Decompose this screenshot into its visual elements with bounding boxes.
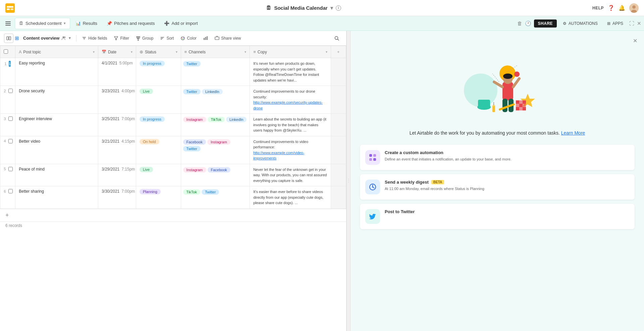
topic-cell[interactable]: Better sharing	[15, 186, 98, 209]
tab-pitches[interactable]: 📌 Pitches and requests	[103, 18, 159, 29]
copy-link[interactable]: http://www.example.com/security-updates-…	[253, 100, 323, 110]
status-cell[interactable]: On hold	[136, 136, 181, 164]
channels-header[interactable]: ≡ Channels ▾	[181, 46, 250, 58]
topic-cell[interactable]: Engineer interview	[15, 114, 98, 136]
post-topic-header[interactable]: A Post topic ▾	[15, 46, 98, 58]
learn-more-link[interactable]: Learn More	[561, 130, 585, 136]
hide-fields-button[interactable]: Hide fields	[79, 35, 110, 42]
close-right-panel-icon[interactable]: ✕	[633, 38, 637, 44]
row-select-checkbox[interactable]	[8, 167, 13, 171]
status-dropdown[interactable]: ▾	[176, 50, 177, 54]
status-cell[interactable]: Planning	[136, 186, 181, 209]
sort-button[interactable]: Sort	[157, 35, 176, 42]
close-panel-icon[interactable]: ✕	[637, 20, 641, 27]
view-name[interactable]: Content overview ▾	[20, 34, 73, 42]
svg-rect-3	[10, 8, 13, 10]
date-cell[interactable]: 4/1/20215:00pm	[98, 58, 136, 86]
bell-icon[interactable]: 🔔	[619, 5, 625, 11]
channels-cell[interactable]: InstagramTikTokLinkedIn	[181, 114, 250, 136]
info-icon[interactable]: i	[336, 5, 341, 11]
avatar[interactable]	[629, 3, 639, 13]
add-column-header[interactable]: +	[331, 46, 346, 58]
status-cell[interactable]: Live	[136, 86, 181, 114]
status-badge: Live	[140, 167, 153, 172]
row-number: 1	[3, 62, 7, 66]
view-dropdown-icon[interactable]: ▾	[69, 36, 71, 40]
date-cell[interactable]: 3/25/20217:00pm	[98, 114, 136, 136]
apps-button[interactable]: ⊞ APPS	[604, 19, 627, 28]
date-cell[interactable]: 3/30/20217:00pm	[98, 186, 136, 209]
copy-cell[interactable]: It's easier than ever before to share vi…	[250, 186, 331, 209]
channels-dropdown[interactable]: ▾	[245, 50, 246, 54]
promo-text: Let Airtable do the work for you by auto…	[410, 130, 585, 136]
channels-cell[interactable]: Twitter	[181, 58, 250, 86]
share-button[interactable]: SHARE	[534, 19, 557, 28]
copy-cell[interactable]: Continued improvements to our drone secu…	[250, 86, 331, 114]
sidebar-toggle[interactable]	[4, 34, 13, 43]
delete-icon[interactable]: 🗑	[517, 20, 522, 26]
table-row[interactable]: 5Peace of mind3/29/20217:15pmLiveInstagr…	[0, 164, 346, 186]
copy-cell[interactable]: Continued improvements to video performa…	[250, 136, 331, 164]
topic-cell[interactable]: Easy reporting	[15, 58, 98, 86]
color-button[interactable]: Color	[178, 35, 199, 42]
history-icon[interactable]: 🕐	[525, 20, 531, 27]
copy-dropdown[interactable]: ▾	[326, 50, 327, 54]
airtable-logo[interactable]	[5, 3, 15, 13]
copy-cell[interactable]: Never let the fear of the unknown get in…	[250, 164, 331, 186]
topic-cell[interactable]: Drone security	[15, 86, 98, 114]
tab-add-import[interactable]: ➕ Add or import	[160, 18, 202, 29]
share-view-button[interactable]: Share view	[212, 35, 244, 42]
channels-cell[interactable]: InstagramFacebook	[181, 164, 250, 186]
status-cell[interactable]: In progress	[136, 114, 181, 136]
menu-toggle[interactable]	[3, 18, 13, 29]
automations-button[interactable]: ⚙ AUTOMATIONS	[559, 19, 601, 28]
right-panel: ✕	[351, 31, 644, 331]
copy-cell[interactable]: It's never fun when products go down, es…	[250, 58, 331, 86]
scheduled-tab-dropdown[interactable]: ▾	[64, 21, 66, 26]
table-row[interactable]: 3Engineer interview3/25/20217:00pmIn pro…	[0, 114, 346, 136]
panel-resizer[interactable]: ···	[346, 31, 351, 331]
date-dropdown[interactable]: ▾	[131, 50, 132, 54]
add-row-button[interactable]: +	[0, 209, 346, 222]
svg-rect-51	[523, 107, 526, 110]
date-cell[interactable]: 3/21/20214:15pm	[98, 136, 136, 164]
channels-cell[interactable]: TwitterLinkedIn	[181, 86, 250, 114]
row-select-checkbox[interactable]	[8, 139, 13, 143]
tab-scheduled[interactable]: 🗓 Scheduled content ▾	[15, 18, 70, 29]
status-cell[interactable]: In progress	[136, 58, 181, 86]
group-button[interactable]: Group	[133, 35, 156, 42]
date-cell[interactable]: 3/23/20214:00pm	[98, 86, 136, 114]
create-automation-card[interactable]: Create a custom automation Define an eve…	[360, 145, 635, 170]
table-row[interactable]: 6Better sharing3/30/20217:00pmPlanningTi…	[0, 186, 346, 209]
status-cell[interactable]: Live	[136, 164, 181, 186]
chart-button[interactable]	[201, 35, 211, 42]
title-dropdown-icon[interactable]: ▾	[330, 5, 333, 11]
select-all-checkbox[interactable]	[4, 49, 8, 54]
post-twitter-card[interactable]: Post to Twitter	[360, 204, 635, 229]
channels-cell[interactable]: FacebookInstagramTwitter	[181, 136, 250, 164]
weekly-digest-card[interactable]: Send a weekly digest BETA At 11:00 am Mo…	[360, 174, 635, 200]
tab-results[interactable]: 📊 Results	[71, 18, 101, 29]
topic-cell[interactable]: Better video	[15, 136, 98, 164]
copy-link[interactable]: http://www.example.com/video-improvement…	[253, 151, 304, 160]
table-row[interactable]: 11Easy reporting4/1/20215:00pmIn progres…	[0, 58, 346, 86]
channels-cell[interactable]: TikTokTwitter	[181, 186, 250, 209]
help-label[interactable]: HELP	[592, 6, 604, 10]
topic-cell[interactable]: Peace of mind	[15, 164, 98, 186]
date-cell[interactable]: 3/29/20217:15pm	[98, 164, 136, 186]
copy-header[interactable]: ≡ Copy ▾	[250, 46, 331, 58]
search-button[interactable]	[331, 34, 342, 42]
copy-cell[interactable]: Learn about the secrets to building an a…	[250, 114, 331, 136]
table-row[interactable]: 2Drone security3/23/20214:00pmLiveTwitte…	[0, 86, 346, 114]
row-select-checkbox[interactable]	[8, 189, 13, 193]
status-header[interactable]: ⊕ Status ▾	[136, 46, 181, 58]
row-select-checkbox[interactable]	[8, 116, 13, 121]
fullscreen-icon[interactable]: ⛶	[629, 20, 634, 26]
checkbox-header[interactable]	[0, 46, 15, 58]
post-topic-dropdown[interactable]: ▾	[93, 50, 95, 54]
help-icon[interactable]: ❓	[608, 5, 614, 11]
filter-button[interactable]: Filter	[111, 35, 132, 42]
date-header[interactable]: 📅 Date ▾	[98, 46, 136, 58]
table-row[interactable]: 4Better video3/21/20214:15pmOn holdFaceb…	[0, 136, 346, 164]
row-select-checkbox[interactable]	[8, 89, 13, 93]
